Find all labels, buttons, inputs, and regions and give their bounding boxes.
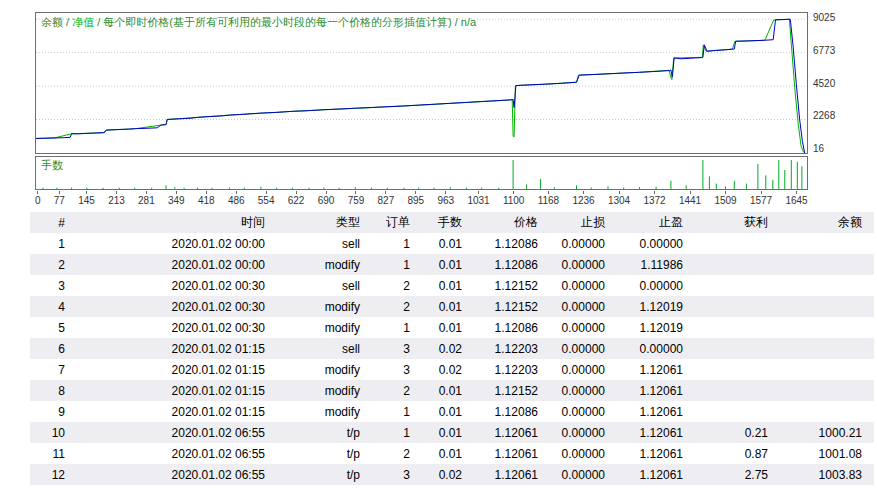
table-cell: 2020.01.02 00:30 (77, 275, 277, 296)
x-axis-tick: 349 (168, 191, 185, 206)
column-header: 时间 (77, 212, 277, 233)
column-header: 获利 (695, 212, 780, 233)
table-row: 22020.01.02 00:00modify10.011.120860.000… (30, 254, 874, 275)
table-cell: 1 (372, 422, 422, 443)
table-header-row: #时间类型订单手数价格止损止盈获利余额 (30, 212, 874, 233)
x-axis-tick: 1304 (608, 191, 630, 206)
table-cell: 0.00000 (550, 317, 617, 338)
table-cell: 2020.01.02 01:15 (77, 338, 277, 359)
table-row: 82020.01.02 01:15modify20.011.121520.000… (30, 380, 874, 401)
table-cell: 1.12061 (617, 422, 695, 443)
y-axis-tick: 6773 (813, 45, 835, 56)
table-cell: 1.12152 (474, 275, 550, 296)
table-cell: 1.12061 (474, 464, 550, 485)
table-cell: 3 (372, 359, 422, 380)
column-header: # (30, 212, 77, 233)
table-cell: 2.75 (695, 464, 780, 485)
table-cell (695, 401, 780, 422)
table-cell: 0.01 (422, 254, 474, 275)
table-cell: 1.12019 (617, 317, 695, 338)
table-cell: 0.00000 (550, 338, 617, 359)
table-cell (780, 359, 874, 380)
table-cell (695, 275, 780, 296)
table-cell: 7 (30, 359, 77, 380)
y-axis-tick: 16 (813, 143, 835, 154)
table-cell: 2020.01.02 00:00 (77, 233, 277, 254)
x-axis-tick: 554 (258, 191, 275, 206)
table-cell: 0.01 (422, 380, 474, 401)
table-cell: 0.01 (422, 317, 474, 338)
x-axis-tick: 486 (228, 191, 245, 206)
table-cell: 1.12086 (474, 317, 550, 338)
table-cell: 8 (30, 380, 77, 401)
table-cell: 0.21 (695, 422, 780, 443)
table-cell: 0.02 (422, 359, 474, 380)
table-cell: 2020.01.02 00:30 (77, 317, 277, 338)
table-cell (780, 233, 874, 254)
table-cell: 4 (30, 296, 77, 317)
table-cell: 1.12061 (617, 359, 695, 380)
table-cell: 1.11986 (617, 254, 695, 275)
x-axis-tick: 690 (318, 191, 335, 206)
table-cell: modify (277, 380, 372, 401)
y-axis-labels: 902567734520226816 (813, 12, 835, 154)
x-axis-tick: 77 (54, 191, 65, 206)
table-cell (780, 380, 874, 401)
table-cell: 2020.01.02 06:55 (77, 422, 277, 443)
table-cell (695, 380, 780, 401)
table-cell: 1.12152 (474, 296, 550, 317)
column-header: 余额 (780, 212, 874, 233)
table-cell: 1.12061 (474, 443, 550, 464)
table-cell: 1001.08 (780, 443, 874, 464)
table-cell: 0.02 (422, 464, 474, 485)
table-cell: 2020.01.02 00:30 (77, 296, 277, 317)
table-cell: 2020.01.02 01:15 (77, 359, 277, 380)
y-axis-tick: 2268 (813, 110, 835, 121)
table-cell: 1.12203 (474, 359, 550, 380)
table-cell: 1.12061 (617, 380, 695, 401)
table-cell: 1 (372, 254, 422, 275)
column-header: 手数 (422, 212, 474, 233)
x-axis-tick: 418 (198, 191, 215, 206)
table-cell (695, 359, 780, 380)
table-cell: 1.12086 (474, 401, 550, 422)
column-header: 止盈 (617, 212, 695, 233)
table-cell: 2 (372, 380, 422, 401)
table-cell (780, 254, 874, 275)
table-cell: modify (277, 254, 372, 275)
table-cell: 0.01 (422, 275, 474, 296)
table-cell: sell (277, 338, 372, 359)
table-cell: 0.00000 (550, 233, 617, 254)
column-header: 类型 (277, 212, 372, 233)
table-cell: 9 (30, 401, 77, 422)
table-cell (695, 296, 780, 317)
table-row: 42020.01.02 00:30modify20.011.121520.000… (30, 296, 874, 317)
x-axis-tick: 963 (437, 191, 454, 206)
lot-chart-panel: 手数 (35, 156, 808, 190)
table-cell: 1.12019 (617, 296, 695, 317)
table-cell: 1.12203 (474, 338, 550, 359)
table-cell: 3 (372, 464, 422, 485)
table-cell (780, 401, 874, 422)
table-cell: 1 (372, 401, 422, 422)
table-cell: 2 (372, 296, 422, 317)
table-cell: modify (277, 359, 372, 380)
table-cell: 1.12086 (474, 254, 550, 275)
x-axis-tick: 0 (35, 191, 41, 206)
table-cell: 2 (372, 275, 422, 296)
table-cell: 0.00000 (550, 443, 617, 464)
x-axis-tick: 622 (288, 191, 305, 206)
table-cell: 0.00000 (550, 380, 617, 401)
table-cell: 0.00000 (550, 359, 617, 380)
x-axis-tick: 1031 (467, 191, 489, 206)
table-cell: 1 (372, 233, 422, 254)
table-cell (695, 254, 780, 275)
x-axis-tick: 213 (108, 191, 125, 206)
table-cell: t/p (277, 464, 372, 485)
table-cell: 2020.01.02 01:15 (77, 401, 277, 422)
x-axis-tick: 759 (348, 191, 365, 206)
table-cell: 1.12061 (617, 464, 695, 485)
table-cell: t/p (277, 422, 372, 443)
table-cell: 0.01 (422, 422, 474, 443)
table-cell (695, 233, 780, 254)
